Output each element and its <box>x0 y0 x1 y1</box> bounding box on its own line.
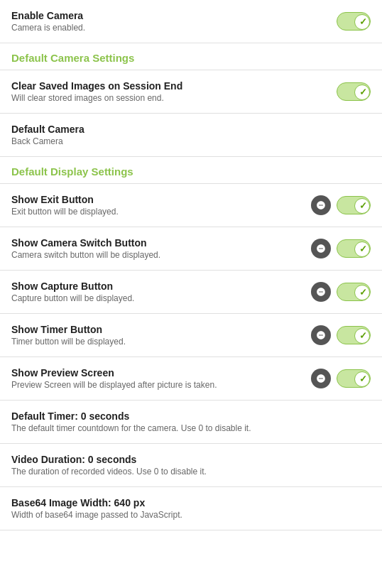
setting-row-show-exit-button: Show Exit ButtonExit button will be disp… <box>0 184 382 227</box>
setting-title-default-camera-item: Default Camera <box>11 124 371 135</box>
setting-desc-show-capture-button: Capture button will be displayed. <box>11 293 311 303</box>
edit-icon-show-exit-button[interactable] <box>311 195 331 215</box>
toggle-checkmark-show-camera-switch: ✓ <box>359 244 367 254</box>
setting-desc-show-timer-button: Timer button will be displayed. <box>11 337 311 347</box>
setting-desc-show-preview-screen: Preview Screen will be displayed after p… <box>11 380 311 390</box>
setting-desc-show-exit-button: Exit button will be displayed. <box>11 207 311 217</box>
setting-row-clear-saved-images: Clear Saved Images on Session EndWill cl… <box>0 70 382 114</box>
setting-row-enable-camera: Enable CameraCamera is enabled.✓ <box>0 0 382 43</box>
setting-title-default-timer: Default Timer: 0 seconds <box>11 410 371 422</box>
toggle-show-capture-button[interactable]: ✓ <box>337 283 371 301</box>
edit-icon-show-timer-button[interactable] <box>311 325 331 345</box>
setting-title-show-capture-button: Show Capture Button <box>11 281 311 292</box>
setting-title-enable-camera: Enable Camera <box>11 10 337 21</box>
edit-icon-show-camera-switch[interactable] <box>311 239 331 258</box>
setting-desc-default-timer: The default timer countdown for the came… <box>11 423 371 433</box>
toggle-show-exit-button[interactable]: ✓ <box>337 196 371 214</box>
toggle-show-camera-switch[interactable]: ✓ <box>337 239 371 258</box>
toggle-enable-camera[interactable]: ✓ <box>337 12 371 31</box>
setting-row-show-timer-button: Show Timer ButtonTimer button will be di… <box>0 314 382 357</box>
setting-row-show-preview-screen: Show Preview ScreenPreview Screen will b… <box>0 357 382 401</box>
toggle-checkmark-show-preview-screen: ✓ <box>359 374 367 384</box>
setting-desc-default-camera-item: Back Camera <box>11 136 371 146</box>
settings-container: Enable CameraCamera is enabled.✓Default … <box>0 0 382 530</box>
setting-row-show-capture-button: Show Capture ButtonCapture button will b… <box>0 271 382 314</box>
setting-row-video-duration: Video Duration: 0 secondsThe duration of… <box>0 444 382 487</box>
edit-icon-show-capture-button[interactable] <box>311 282 331 302</box>
setting-title-video-duration: Video Duration: 0 seconds <box>11 454 371 465</box>
section-header-default-camera: Default Camera Settings <box>0 43 382 70</box>
toggle-show-preview-screen[interactable]: ✓ <box>337 369 371 388</box>
setting-desc-base64-image-width: Width of base64 image passed to JavaScri… <box>11 510 371 520</box>
toggle-show-timer-button[interactable]: ✓ <box>337 326 371 344</box>
toggle-clear-saved-images[interactable]: ✓ <box>337 82 371 101</box>
toggle-checkmark-show-timer-button: ✓ <box>359 330 367 341</box>
setting-desc-video-duration: The duration of recorded videos. Use 0 t… <box>11 467 371 477</box>
edit-icon-show-preview-screen[interactable] <box>311 369 331 388</box>
toggle-checkmark-show-capture-button: ✓ <box>359 287 367 298</box>
setting-title-base64-image-width: Base64 Image Width: 640 px <box>11 497 371 508</box>
setting-desc-enable-camera: Camera is enabled. <box>11 23 337 33</box>
toggle-checkmark-clear-saved-images: ✓ <box>359 87 367 97</box>
toggle-checkmark-show-exit-button: ✓ <box>359 200 367 211</box>
setting-desc-show-camera-switch: Camera switch button will be displayed. <box>11 250 311 260</box>
setting-title-show-timer-button: Show Timer Button <box>11 324 311 335</box>
setting-desc-clear-saved-images: Will clear stored images on session end. <box>11 93 337 103</box>
setting-title-show-camera-switch: Show Camera Switch Button <box>11 237 311 249</box>
setting-row-show-camera-switch: Show Camera Switch ButtonCamera switch b… <box>0 227 382 271</box>
setting-title-show-exit-button: Show Exit Button <box>11 194 311 205</box>
setting-title-show-preview-screen: Show Preview Screen <box>11 367 311 379</box>
section-header-default-display: Default Display Settings <box>0 157 382 184</box>
setting-row-default-timer: Default Timer: 0 secondsThe default time… <box>0 401 382 444</box>
toggle-checkmark-enable-camera: ✓ <box>359 16 367 27</box>
setting-title-clear-saved-images: Clear Saved Images on Session End <box>11 80 337 92</box>
setting-row-base64-image-width: Base64 Image Width: 640 pxWidth of base6… <box>0 487 382 530</box>
setting-row-default-camera-item: Default CameraBack Camera <box>0 114 382 157</box>
